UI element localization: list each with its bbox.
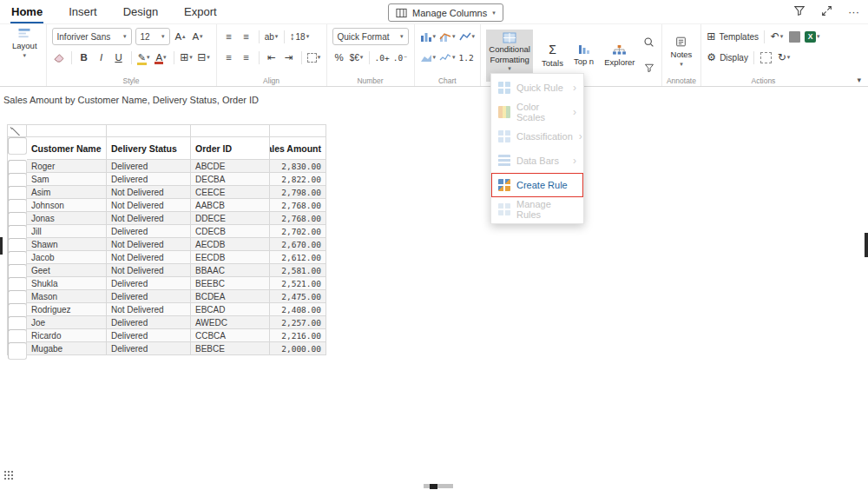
table-cell[interactable]: BBAAC <box>191 264 270 277</box>
notes-button[interactable]: Notes ▾ <box>667 28 696 75</box>
table-cell[interactable]: 2,216.00 <box>270 329 326 342</box>
wrap-text-button[interactable]: ab▾ <box>265 29 279 44</box>
table-cell[interactable]: 2,521.00 <box>270 277 326 290</box>
table-cell[interactable]: Not Delivered <box>107 186 191 199</box>
orientation-button[interactable]: ▾ <box>307 50 321 65</box>
menu-item-quick-rule[interactable]: Quick Rule› <box>491 76 583 100</box>
table-cell[interactable]: 2,768.00 <box>270 212 326 225</box>
table-cell[interactable]: Jill <box>27 225 107 238</box>
table-cell[interactable]: CDECB <box>191 225 270 238</box>
menu-item-data-bars[interactable]: Data Bars› <box>491 149 583 173</box>
select-all-corner[interactable] <box>8 125 27 137</box>
tab-export[interactable]: Export <box>183 1 218 23</box>
horizontal-scrollbar-thumb[interactable] <box>430 484 437 489</box>
menu-item-classification[interactable]: Classification› <box>491 124 583 149</box>
table-cell[interactable]: Shawn <box>27 238 107 251</box>
highlight-color-button[interactable]: ✎▾ <box>137 50 151 65</box>
table-cell[interactable]: Not Delivered <box>107 212 191 225</box>
table-cell[interactable]: 2,000.00 <box>270 342 326 355</box>
table-cell[interactable]: CEECE <box>191 186 270 199</box>
decimal-ratio-button[interactable]: 1.2 <box>459 50 474 65</box>
tab-design[interactable]: Design <box>122 1 159 23</box>
filter-small-icon[interactable] <box>642 60 656 76</box>
table-cell[interactable]: Roger <box>27 160 107 173</box>
quick-format-select[interactable]: Quick Format ▾ <box>332 28 409 45</box>
table-cell[interactable]: AABCB <box>191 199 270 212</box>
undo-button[interactable]: ↶▾ <box>770 29 784 44</box>
expand-icon[interactable] <box>821 5 832 18</box>
table-cell[interactable]: CCBCA <box>191 329 270 342</box>
slicer-button[interactable] <box>787 29 801 44</box>
combo-chart-button[interactable]: ▾ <box>439 29 456 44</box>
table-cell[interactable]: 2,475.00 <box>270 290 326 303</box>
menu-item-manage-rules[interactable]: Manage Rules <box>491 197 583 222</box>
blank-cell[interactable] <box>270 125 326 137</box>
decrease-decimal-button[interactable]: .0⁻ <box>393 50 408 65</box>
italic-button[interactable]: I <box>95 50 108 65</box>
table-cell[interactable]: 2,257.00 <box>270 316 326 329</box>
row-selector[interactable] <box>8 342 27 360</box>
tab-home[interactable]: Home <box>10 1 43 23</box>
table-cell[interactable]: AWEDC <box>191 316 270 329</box>
decrease-font-icon[interactable]: A▾ <box>191 29 205 44</box>
table-cell[interactable]: ABCDE <box>191 160 270 173</box>
table-cell[interactable]: Mugabe <box>27 342 107 355</box>
font-size-select[interactable]: 12 ▾ <box>135 28 170 45</box>
table-cell[interactable]: 2,612.00 <box>270 251 326 264</box>
manage-columns-button[interactable]: Manage Columns ▾ <box>388 3 503 22</box>
table-cell[interactable]: Delivered <box>107 160 191 173</box>
table-cell[interactable]: Johnson <box>27 199 107 212</box>
table-cell[interactable]: BCDEA <box>191 290 270 303</box>
column-header-customer-name[interactable]: Customer Name <box>27 137 107 160</box>
table-cell[interactable]: 2,768.00 <box>270 199 326 212</box>
display-button[interactable]: ⚙Display <box>707 50 748 65</box>
area-chart-button[interactable]: ▾ <box>420 50 437 65</box>
align-bottom-icon[interactable]: ≡ <box>240 50 253 65</box>
bold-button[interactable]: B <box>77 50 91 65</box>
table-cell[interactable]: 2,798.00 <box>270 186 326 199</box>
more-options-icon[interactable]: ··· <box>848 6 859 17</box>
table-cell[interactable]: Delivered <box>107 316 191 329</box>
layout-button[interactable]: Layout ▾ <box>9 28 41 59</box>
search-icon[interactable] <box>642 35 656 50</box>
row-selector[interactable] <box>8 137 27 155</box>
blank-cell[interactable] <box>107 125 191 137</box>
table-cell[interactable]: 2,822.00 <box>270 173 326 186</box>
table-cell[interactable]: Joe <box>27 316 107 329</box>
font-color-button[interactable]: A▾ <box>155 50 168 65</box>
align-center-icon[interactable]: ≡ <box>240 29 253 44</box>
table-cell[interactable]: Delivered <box>107 225 191 238</box>
table-cell[interactable]: Not Delivered <box>107 264 191 277</box>
vertical-scrollbar-left[interactable] <box>0 237 3 255</box>
blank-cell[interactable] <box>191 125 270 137</box>
table-cell[interactable]: DDECE <box>191 212 270 225</box>
blank-cell[interactable] <box>27 125 107 137</box>
export-excel-button[interactable]: X▾ <box>805 29 820 44</box>
templates-button[interactable]: ⊞Templates <box>707 29 759 44</box>
table-cell[interactable]: Delivered <box>107 329 191 342</box>
drag-handle-icon[interactable] <box>3 470 13 480</box>
column-header-delivery-status[interactable]: Delivery Status <box>107 137 191 160</box>
tab-insert[interactable]: Insert <box>68 1 98 23</box>
menu-item-color-scales[interactable]: Color Scales› <box>491 100 583 124</box>
table-cell[interactable]: Delivered <box>107 290 191 303</box>
clear-format-icon[interactable] <box>52 50 66 65</box>
table-cell[interactable]: 2,670.00 <box>270 238 326 251</box>
table-cell[interactable]: DECBA <box>191 173 270 186</box>
table-cell[interactable]: 2,581.00 <box>270 264 326 277</box>
table-cell[interactable]: Delivered <box>107 173 191 186</box>
currency-format-button[interactable]: $€▾ <box>350 50 364 65</box>
menu-item-create-rule[interactable]: Create Rule <box>491 173 583 197</box>
column-header-order-id[interactable]: Order ID <box>191 137 270 160</box>
vertical-scrollbar-right[interactable] <box>865 233 868 257</box>
indent-icon[interactable]: ⇥ <box>282 50 296 65</box>
table-cell[interactable]: Jacob <box>27 251 107 264</box>
merge-cells-button[interactable]: ⊟▾ <box>197 50 211 65</box>
explorer-button[interactable]: Explorer <box>601 28 638 83</box>
table-cell[interactable]: Mason <box>27 290 107 303</box>
table-cell[interactable]: 2,408.00 <box>270 303 326 316</box>
percent-format-button[interactable]: % <box>332 50 346 65</box>
collapse-ribbon-icon[interactable]: ▾ <box>857 76 861 84</box>
table-cell[interactable]: AECDB <box>191 238 270 251</box>
table-cell[interactable]: Not Delivered <box>107 303 191 316</box>
